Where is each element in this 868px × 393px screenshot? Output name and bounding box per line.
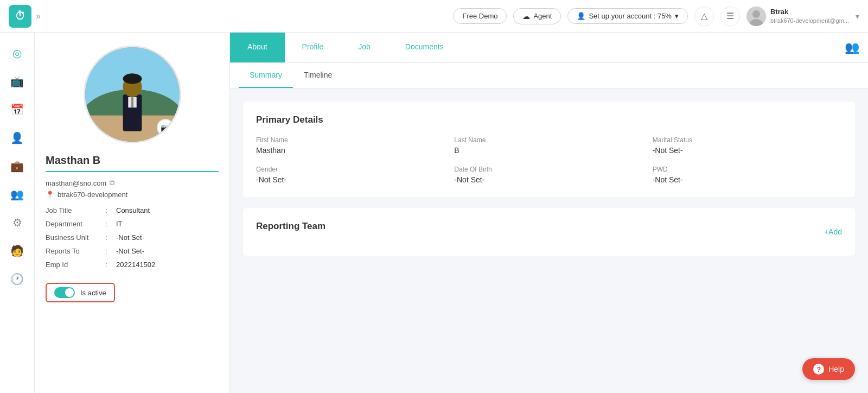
- logo[interactable]: ⏱: [9, 5, 31, 28]
- user-email: btrak670-development@gm...: [770, 17, 849, 24]
- users-icon[interactable]: 👥: [845, 41, 859, 55]
- department-label: Department: [46, 220, 105, 228]
- toggle-knob: [65, 288, 74, 297]
- person-setup-icon: 👤: [577, 12, 585, 20]
- tab-about[interactable]: About: [230, 33, 285, 62]
- job-title-row: Job Title : Consultant: [46, 206, 219, 214]
- tab-profile[interactable]: Profile: [285, 33, 341, 62]
- email-value: masthan@sno.com: [46, 179, 106, 187]
- document-icon: ☰: [726, 11, 734, 21]
- reporting-team-header: Reporting Team +Add: [256, 221, 842, 243]
- header: ⏱ » Free Demo ☁ Agent 👤 Set up your acco…: [0, 0, 868, 33]
- field-marital-status: Marital Status -Not Set-: [653, 136, 842, 155]
- right-content: About Profile Job Documents 👥 Summary Ti…: [230, 33, 868, 393]
- sidebar: ◎ 📺 📅 👤 💼 👥 ⚙ 🧑 🕐: [0, 33, 35, 393]
- left-panel: 📷 Masthan B masthan@sno.com ⧉ 📍 btrak670…: [35, 33, 230, 393]
- free-demo-button[interactable]: Free Demo: [453, 8, 507, 24]
- marital-status-label: Marital Status: [653, 136, 842, 144]
- sidebar-item-settings[interactable]: ⚙: [5, 211, 29, 234]
- sidebar-item-calendar[interactable]: 📅: [5, 98, 29, 122]
- header-center: Free Demo ☁ Agent 👤 Set up your account …: [453, 7, 859, 26]
- briefcase-icon: 💼: [10, 160, 24, 173]
- agent-button[interactable]: ☁ Agent: [513, 8, 561, 24]
- emp-id-label: Emp Id: [46, 261, 105, 269]
- sidebar-item-tv[interactable]: 📺: [5, 69, 29, 93]
- sidebar-item-dashboard[interactable]: ◎: [5, 41, 29, 65]
- sidebar-item-briefcase[interactable]: 💼: [5, 154, 29, 178]
- alert-button[interactable]: △: [694, 7, 714, 26]
- department-value: IT: [116, 220, 123, 228]
- is-active-toggle-container[interactable]: Is active: [46, 283, 115, 302]
- copy-icon[interactable]: ⧉: [110, 179, 114, 187]
- avatar: [746, 7, 766, 26]
- user-menu[interactable]: Btrak btrak670-development@gm... ▾: [746, 7, 859, 26]
- setup-account-button[interactable]: 👤 Set up your account : 75% ▾: [567, 8, 687, 24]
- document-button[interactable]: ☰: [720, 7, 740, 26]
- add-reporting-button[interactable]: +Add: [824, 227, 842, 236]
- cloud-icon: ☁: [522, 12, 530, 21]
- help-button[interactable]: ? Help: [802, 358, 855, 380]
- tab-documents[interactable]: Documents: [388, 33, 461, 62]
- location-row: 📍 btrak670-development: [46, 191, 219, 199]
- job-title-value: Consultant: [116, 206, 150, 214]
- location-value: btrak670-development: [58, 191, 127, 199]
- camera-button[interactable]: 📷: [157, 119, 174, 136]
- business-unit-row: Business Unit : -Not Set-: [46, 233, 219, 242]
- sidebar-item-user-alt[interactable]: 🧑: [5, 239, 29, 263]
- colon-2: :: [105, 220, 116, 228]
- profile-photo: 📷: [84, 46, 181, 143]
- user-info: Btrak btrak670-development@gm...: [770, 8, 849, 24]
- business-unit-value: -Not Set-: [116, 233, 144, 242]
- profile-photo-wrap: 📷: [46, 46, 219, 143]
- is-active-toggle[interactable]: [54, 287, 75, 298]
- is-active-label: Is active: [80, 289, 106, 297]
- email-row: masthan@sno.com ⧉: [46, 179, 219, 187]
- location-pin-icon: 📍: [46, 191, 54, 199]
- colon-5: :: [105, 261, 116, 269]
- sidebar-item-time[interactable]: 🕐: [5, 267, 29, 291]
- content-area: Primary Details First Name Masthan Last …: [230, 88, 868, 280]
- sidebar-item-profile[interactable]: 👤: [5, 126, 29, 150]
- svg-point-1: [752, 10, 760, 18]
- dob-value: -Not Set-: [454, 175, 643, 184]
- reports-to-value: -Not Set-: [116, 247, 144, 255]
- field-first-name: First Name Masthan: [256, 136, 445, 155]
- field-date-of-birth: Date Of Birth -Not Set-: [454, 166, 643, 184]
- nav-expand-icon[interactable]: »: [36, 11, 41, 21]
- tab-actions-area: 👥: [845, 33, 868, 62]
- sidebar-item-team[interactable]: 👥: [5, 182, 29, 206]
- emp-id-value: 2022141502: [116, 261, 155, 269]
- sub-tab-summary[interactable]: Summary: [239, 63, 293, 88]
- tab-job[interactable]: Job: [341, 33, 388, 62]
- last-name-label: Last Name: [454, 136, 643, 144]
- user-name: Btrak: [770, 8, 849, 17]
- gear-icon: ⚙: [12, 216, 22, 229]
- chevron-down-icon: ▾: [675, 12, 679, 20]
- colon-3: :: [105, 233, 116, 242]
- primary-details-grid: First Name Masthan Last Name B Marital S…: [256, 136, 842, 184]
- tv-icon: 📺: [10, 75, 24, 88]
- user-dropdown-icon: ▾: [856, 12, 859, 21]
- employee-name: Masthan B: [46, 154, 219, 167]
- pwd-label: PWD: [653, 166, 842, 173]
- dob-label: Date Of Birth: [454, 166, 643, 173]
- primary-details-title: Primary Details: [256, 115, 842, 125]
- colon-1: :: [105, 206, 116, 214]
- sub-tab-timeline[interactable]: Timeline: [293, 63, 343, 88]
- svg-point-9: [123, 73, 142, 84]
- department-row: Department : IT: [46, 220, 219, 228]
- job-title-label: Job Title: [46, 206, 105, 214]
- sub-tabs-bar: Summary Timeline: [230, 63, 868, 88]
- user-alt-icon: 🧑: [10, 244, 24, 257]
- reports-to-row: Reports To : -Not Set-: [46, 247, 219, 255]
- marital-status-value: -Not Set-: [653, 146, 842, 155]
- profile-name-section: Masthan B: [46, 154, 219, 172]
- reporting-team-card: Reporting Team +Add: [243, 208, 855, 256]
- field-gender: Gender -Not Set-: [256, 166, 445, 184]
- reports-to-label: Reports To: [46, 247, 105, 255]
- first-name-label: First Name: [256, 136, 445, 144]
- calendar-icon: 📅: [10, 103, 24, 116]
- svg-rect-11: [131, 97, 133, 107]
- last-name-value: B: [454, 146, 643, 155]
- reporting-team-title: Reporting Team: [256, 221, 326, 232]
